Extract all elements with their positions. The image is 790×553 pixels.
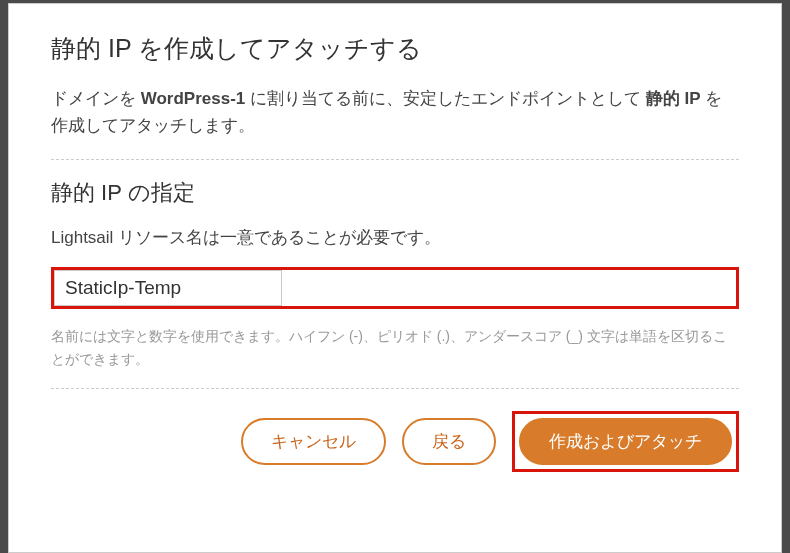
- section-title: 静的 IP の指定: [51, 178, 739, 208]
- input-hint: 名前には文字と数字を使用できます。ハイフン (-)、ピリオド (.)、アンダース…: [51, 325, 739, 370]
- desc-text-2: に割り当てる前に、安定したエンドポイントとして: [245, 89, 645, 108]
- field-label: Lightsail リソース名は一意であることが必要です。: [51, 224, 481, 253]
- divider-2: [51, 388, 739, 389]
- input-highlight-box: [51, 267, 739, 309]
- desc-text-1: ドメインを: [51, 89, 141, 108]
- create-button-highlight-box: 作成およびアタッチ: [512, 411, 739, 472]
- desc-instance-name: WordPress-1: [141, 89, 246, 108]
- divider-1: [51, 159, 739, 160]
- modal-description: ドメインを WordPress-1 に割り当てる前に、安定したエンドポイントとし…: [51, 85, 739, 139]
- modal-title: 静的 IP を作成してアタッチする: [51, 32, 739, 65]
- desc-static-ip: 静的 IP: [646, 89, 701, 108]
- cancel-button[interactable]: キャンセル: [241, 418, 386, 465]
- back-button[interactable]: 戻る: [402, 418, 496, 465]
- modal-footer: キャンセル 戻る 作成およびアタッチ: [51, 407, 739, 472]
- static-ip-modal: 静的 IP を作成してアタッチする ドメインを WordPress-1 に割り当…: [8, 3, 782, 553]
- static-ip-name-input[interactable]: [54, 270, 282, 306]
- create-and-attach-button[interactable]: 作成およびアタッチ: [519, 418, 732, 465]
